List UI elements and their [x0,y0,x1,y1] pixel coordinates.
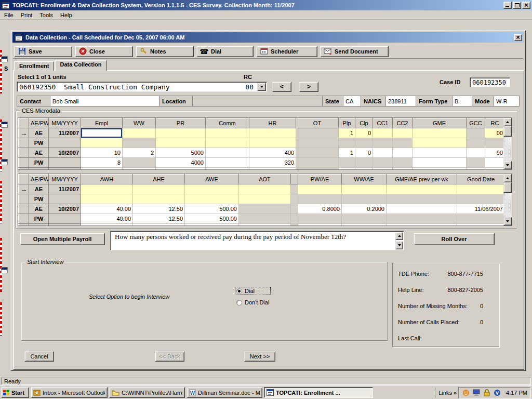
antivirus-icon[interactable] [493,389,501,397]
menu-help[interactable]: Help [57,11,76,19]
next-button[interactable]: Next >> [244,351,275,362]
scroll-down-button[interactable] [503,161,512,169]
data-cell[interactable]: 10 [81,148,123,158]
data-cell[interactable]: 0 [355,148,373,158]
data-cell[interactable] [342,214,387,224]
next-unit-button[interactable]: > [299,82,318,92]
chevron-right-icon[interactable] [454,390,457,396]
data-cell[interactable] [81,128,123,138]
data-cell[interactable] [373,148,393,158]
data-cell[interactable] [413,148,467,158]
naics-field[interactable]: 238911 [386,96,416,106]
data-cell[interactable] [467,168,485,170]
data-cell[interactable]: 4000 [156,158,206,168]
data-cell[interactable] [413,168,467,170]
data-cell[interactable] [239,204,291,214]
data-cell[interactable] [133,194,185,204]
data-cell[interactable] [457,184,505,194]
taskbar-task-c-winnt-profiles-harre[interactable]: C:\WINNT\Profiles\Harre... [109,387,185,398]
data-cell[interactable] [296,128,339,138]
data-cell[interactable] [355,168,373,170]
roll-over-button[interactable]: Roll Over [414,233,495,245]
open-multiple-payroll-button[interactable]: Open Multiple Payroll [20,233,105,245]
data-cell[interactable]: 12.50 [133,214,185,224]
data-cell[interactable] [239,214,291,224]
data-cell[interactable]: 0.2000 [342,204,387,214]
data-cell[interactable] [156,128,206,138]
data-cell[interactable]: 500.00 [185,204,239,214]
unit-combo[interactable]: 060192350 Small Construction Company 00 [17,82,267,92]
data-cell[interactable] [239,224,291,227]
data-cell[interactable] [387,184,457,194]
mode-field[interactable]: W-R [494,96,519,106]
data-cell[interactable]: 00 [485,128,505,138]
data-cell[interactable] [373,138,393,148]
scroll-up-button[interactable] [503,174,512,182]
data-cell[interactable]: 11/06/2007 [457,204,505,214]
messenger-icon[interactable] [462,389,470,397]
data-cell[interactable] [185,184,239,194]
data-cell[interactable] [342,184,387,194]
data-cell[interactable] [393,128,413,138]
data-cell[interactable] [373,158,393,168]
data-cell[interactable]: 40.00 [81,214,133,224]
data-cell[interactable] [298,194,342,204]
menu-print[interactable]: Print [17,11,36,19]
data-cell[interactable]: 320 [249,158,296,168]
data-cell[interactable] [296,138,339,148]
vertical-scrollbar[interactable] [503,174,512,225]
toolbar-send-document-button[interactable]: Send Document [320,46,389,57]
radio-option-don-t-dial[interactable]: Don't Dial [235,299,270,306]
data-cell[interactable]: 90 [485,148,505,158]
data-cell[interactable] [467,158,485,168]
data-cell[interactable] [291,194,298,204]
data-cell[interactable] [123,158,156,168]
data-cell[interactable]: 5000 [156,148,206,158]
taskbar-clock[interactable]: 4:17 PM [506,390,527,396]
display-icon[interactable] [472,389,481,397]
interview-question[interactable]: How many persons worked or received pay … [110,231,404,250]
close-button[interactable] [522,2,530,9]
vertical-scrollbar[interactable] [503,118,512,169]
data-cell[interactable] [81,184,133,194]
data-cell[interactable] [206,158,249,168]
data-cell[interactable] [123,128,156,138]
data-cell[interactable] [133,224,185,227]
data-cell[interactable] [393,138,413,148]
data-cell[interactable]: 40.00 [81,204,133,214]
data-cell[interactable] [457,194,505,204]
data-cell[interactable]: 12.50 [133,204,185,214]
data-cell[interactable] [393,158,413,168]
question-scroll-down-button[interactable] [395,241,403,249]
tab-data-collection[interactable]: Data Collection [55,60,107,71]
data-cell[interactable]: 400 [249,148,296,158]
previous-unit-button[interactable]: < [272,82,291,92]
data-cell[interactable] [291,204,298,214]
taskbar-task-dillman-seminar-doc-mic[interactable]: WDillman Seminar.doc - Mic... [187,387,262,398]
data-cell[interactable] [81,194,133,204]
data-cell[interactable] [123,138,156,148]
data-cell[interactable] [206,168,249,170]
form-type-field[interactable]: B [453,96,472,106]
data-cell[interactable]: 0.8000 [298,204,342,214]
state-field[interactable]: CA [343,96,361,106]
question-scroll-up-button[interactable] [395,232,403,240]
data-cell[interactable] [393,148,413,158]
data-cell[interactable] [339,168,355,170]
data-cell[interactable] [339,138,355,148]
contact-field[interactable]: Bob Small [50,96,159,106]
data-cell[interactable]: 0 [355,128,373,138]
dialog-close-button[interactable] [514,34,522,41]
data-cell[interactable] [291,214,298,224]
data-cell[interactable] [291,184,298,194]
data-cell[interactable] [485,158,505,168]
cancel-button[interactable]: Cancel [24,351,54,362]
menu-file[interactable]: File [1,11,17,19]
data-cell[interactable]: 8 [81,158,123,168]
taskbar-task-topcati-enrollment[interactable]: TOPCATI: Enrollment ... [264,387,373,398]
toolbar-notes-button[interactable]: Notes [136,46,194,57]
radio-option-dial[interactable]: Dial [235,287,270,295]
data-cell[interactable] [206,148,249,158]
data-cell[interactable] [185,194,239,204]
minimize-button[interactable] [503,2,512,9]
